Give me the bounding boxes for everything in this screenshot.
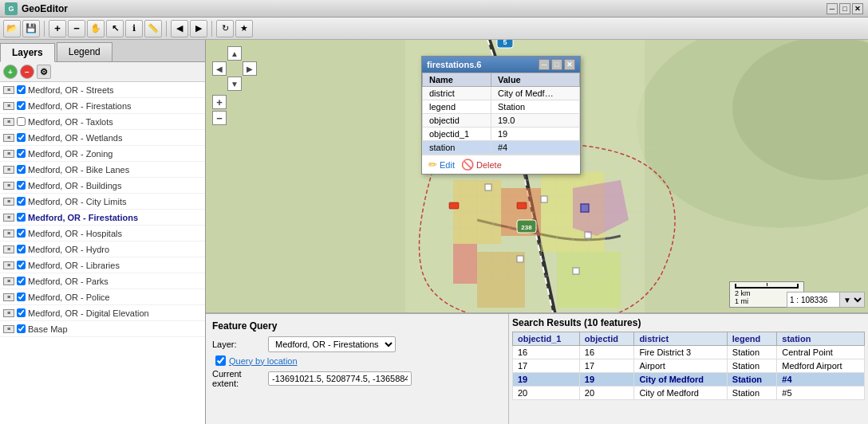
layer-checkbox[interactable] (17, 181, 26, 190)
layer-item[interactable]: ≡Medford, OR - Digital Elevation (0, 305, 205, 321)
open-button[interactable]: 📂 (3, 20, 21, 37)
results-col-header[interactable]: objectid_1 (513, 332, 580, 346)
layer-item[interactable]: ≡Medford, OR - Buildings (0, 178, 205, 194)
layer-settings-button[interactable]: ⚙ (37, 65, 51, 79)
nav-right-button[interactable]: ▶ (243, 61, 257, 76)
layer-item[interactable]: ≡Medford, OR - Firestations (0, 210, 205, 226)
layer-checkbox[interactable] (17, 245, 26, 253)
bottom-panel: Feature Query Layer: Medford, OR - Fires… (206, 312, 868, 424)
layer-checkbox[interactable] (17, 85, 26, 94)
popup-minimize-button[interactable]: ─ (539, 59, 550, 70)
layer-item[interactable]: ≡Medford, OR - Hospitals (0, 226, 205, 241)
layer-name: Medford, OR - Firestations (28, 101, 132, 111)
layer-item[interactable]: ≡Medford, OR - Police (0, 289, 205, 305)
results-cell: Station (727, 346, 777, 359)
zoom-level-input[interactable]: 1 : 108336 (787, 295, 839, 305)
refresh-button[interactable]: ↻ (216, 20, 234, 37)
nav-down-button[interactable]: ▼ (227, 77, 242, 91)
forward-button[interactable]: ▶ (190, 20, 207, 37)
layer-name: Medford, OR - Zoning (28, 149, 112, 159)
layer-item[interactable]: ≡Medford, OR - Libraries (0, 257, 205, 273)
layer-name: Medford, OR - Firestations (28, 213, 138, 222)
save-button[interactable]: 💾 (22, 20, 40, 37)
popup-restore-button[interactable]: □ (551, 59, 562, 70)
table-row[interactable]: 2020City of MedfordStation#5 (513, 387, 865, 400)
layer-checkbox[interactable] (17, 101, 26, 110)
layer-item[interactable]: ≡Medford, OR - City Limits (0, 194, 205, 210)
layer-checkbox[interactable] (17, 165, 26, 174)
results-col-header[interactable]: station (777, 332, 865, 346)
popup-row[interactable]: station#4 (423, 141, 580, 155)
layer-checkbox[interactable] (17, 133, 26, 142)
zoom-in-button[interactable]: + (49, 20, 66, 37)
layer-checkbox[interactable] (17, 117, 26, 126)
zoom-in-map-button[interactable]: + (212, 95, 227, 109)
layer-item[interactable]: ≡Medford, OR - Wetlands (0, 130, 205, 146)
layer-item[interactable]: ≡Medford, OR - Streets (0, 82, 205, 98)
minimize-button[interactable]: ─ (827, 3, 838, 14)
tab-legend[interactable]: Legend (57, 42, 112, 61)
close-button[interactable]: ✕ (852, 3, 863, 14)
search-results-title: Search Results (10 features) (512, 317, 865, 328)
layer-type-icon: ≡ (3, 293, 14, 301)
layer-checkbox[interactable] (17, 149, 26, 158)
pan-button[interactable]: ✋ (87, 20, 105, 37)
results-col-header[interactable]: legend (727, 332, 777, 346)
layer-checkbox[interactable] (17, 213, 26, 222)
layer-item[interactable]: ≡Medford, OR - Hydro (0, 241, 205, 257)
zoom-out-map-button[interactable]: − (212, 111, 227, 125)
map-area[interactable]: 5 5 5 238 (206, 40, 868, 312)
layer-checkbox[interactable] (17, 308, 26, 317)
popup-cell-value: Station (491, 100, 579, 114)
table-row[interactable]: 1616Fire District 3StationCentral Point (513, 346, 865, 359)
layer-item[interactable]: ≡Medford, OR - Taxlots (0, 114, 205, 130)
svg-rect-28 (557, 252, 621, 308)
layer-item[interactable]: ≡Medford, OR - Firestations (0, 98, 205, 114)
popup-cell-value: 19.0 (491, 114, 579, 128)
measure-button[interactable]: 📏 (144, 20, 162, 37)
results-cell: Central Point (777, 346, 865, 359)
table-row[interactable]: 1717AirportStationMedford Airport (513, 359, 865, 373)
layer-name: Medford, OR - Police (28, 292, 110, 302)
maximize-button[interactable]: □ (839, 3, 850, 14)
delete-feature-button[interactable]: 🚫 Delete (461, 159, 502, 171)
layer-item[interactable]: ≡Medford, OR - Parks (0, 273, 205, 289)
layer-checkbox[interactable] (17, 197, 26, 206)
layer-checkbox[interactable] (17, 229, 26, 238)
zoom-out-button[interactable]: − (68, 20, 85, 37)
remove-layer-button[interactable]: − (20, 65, 34, 79)
layer-checkbox[interactable] (17, 292, 26, 301)
popup-row[interactable]: districtCity of Medf… (423, 87, 580, 100)
query-by-location-label[interactable]: Query by location (229, 356, 298, 366)
nav-up-button[interactable]: ▲ (227, 46, 242, 61)
layer-checkbox[interactable] (17, 261, 26, 269)
popup-row[interactable]: objectid_119 (423, 128, 580, 141)
layer-checkbox[interactable] (17, 277, 26, 285)
bookmarks-button[interactable]: ★ (235, 20, 253, 37)
popup-col-value[interactable]: Value (491, 73, 579, 87)
back-button[interactable]: ◀ (171, 20, 188, 37)
zoom-level-dropdown[interactable]: ▼ (839, 292, 864, 307)
results-cell: 20 (579, 387, 634, 400)
layer-item[interactable]: ≡Medford, OR - Zoning (0, 146, 205, 162)
popup-row[interactable]: legendStation (423, 100, 580, 114)
table-row[interactable]: 1919City of MedfordStation#4 (513, 373, 865, 387)
layer-item[interactable]: ≡Medford, OR - Bike Lanes (0, 162, 205, 178)
layer-item[interactable]: ≡Base Map (0, 321, 205, 337)
results-col-header[interactable]: district (634, 332, 727, 346)
tab-layers[interactable]: Layers (0, 43, 55, 62)
query-by-location-checkbox[interactable] (215, 355, 226, 366)
popup-row[interactable]: objectid19.0 (423, 114, 580, 128)
edit-feature-button[interactable]: ✏ Edit (428, 159, 455, 171)
select-button[interactable]: ↖ (106, 20, 124, 37)
identify-button[interactable]: ℹ (125, 20, 143, 37)
layer-checkbox[interactable] (17, 324, 26, 333)
popup-close-button[interactable]: ✕ (564, 59, 575, 70)
popup-col-name[interactable]: Name (423, 73, 491, 87)
results-col-header[interactable]: objectid (579, 332, 634, 346)
add-layer-button[interactable]: + (3, 65, 18, 79)
current-extent-input[interactable]: -13691021.5, 5208774.5, -13658841.! (268, 371, 412, 386)
nav-left-button[interactable]: ◀ (212, 61, 227, 76)
layer-select[interactable]: Medford, OR - Firestations (268, 336, 396, 352)
feature-popup: firestations.6 ─ □ ✕ Name Value distri (421, 56, 581, 175)
